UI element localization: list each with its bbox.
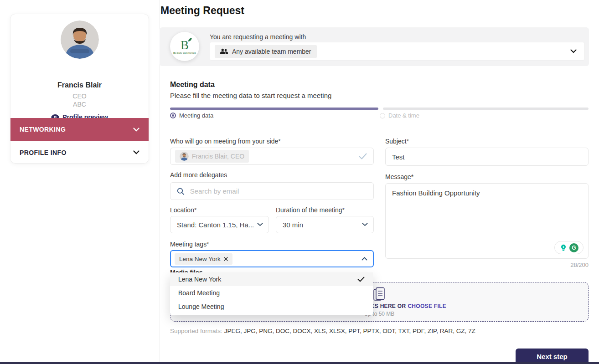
profile-role: CEO	[10, 92, 149, 100]
message-text: Fashion Building Opportunity	[392, 189, 480, 197]
step-date-time-label: Date & time	[388, 112, 419, 119]
supported-formats: Supported formats:JPEG, JPG, PNG, DOC, D…	[170, 328, 475, 334]
chevron-down-icon	[133, 128, 139, 132]
wizard-title: Meeting data	[170, 81, 215, 89]
who-chip: Francis Blair, CEO	[175, 150, 249, 163]
profile-company: ABC	[10, 101, 149, 108]
team-member-value: Any available team member	[232, 48, 311, 55]
tag-option-label: Lena New York	[178, 276, 221, 283]
tag-option-label: Board Meeting	[178, 289, 220, 297]
message-textarea[interactable]: Fashion Building Opportunity G	[385, 183, 589, 259]
profile-info-label: PROFILE INFO	[20, 149, 67, 156]
company-logo: B Beauty cosmetics	[170, 32, 199, 61]
check-icon	[357, 277, 365, 282]
tags-field[interactable]: Lena New York	[170, 250, 374, 267]
grammarly-widget[interactable]: G	[554, 241, 584, 254]
grammarly-icon: G	[569, 243, 578, 252]
team-member-select[interactable]: Any available team member	[210, 42, 584, 61]
delegates-search-field[interactable]	[170, 182, 374, 200]
chevron-down-icon	[257, 223, 263, 226]
who-field[interactable]: Francis Blair, CEO	[170, 148, 374, 165]
who-label: Who will go on meeting from your side*	[170, 138, 281, 145]
team-member-chip: Any available team member	[215, 45, 317, 58]
chevron-down-icon	[133, 150, 139, 154]
check-icon	[359, 153, 367, 159]
networking-label: NETWORKING	[20, 126, 66, 133]
tag-option-lena-new-york[interactable]: Lena New York	[170, 272, 373, 286]
step-active-dot	[170, 113, 176, 118]
requesting-label: You are requesting a meeting with	[210, 33, 306, 41]
document-icon	[373, 287, 386, 302]
sidebar-item-networking[interactable]: NETWORKING	[10, 118, 149, 141]
sidebar-item-profile-info[interactable]: PROFILE INFO	[10, 141, 149, 164]
tag-chip: Lena New York	[175, 253, 232, 265]
duration-select[interactable]: 30 min	[276, 216, 374, 233]
search-icon	[177, 187, 185, 195]
subject-label: Subject*	[385, 138, 409, 145]
char-counter: 28/200	[385, 261, 589, 268]
bottom-divider	[0, 362, 599, 364]
subject-field[interactable]	[385, 148, 589, 166]
people-icon	[220, 48, 228, 54]
meeting-request-page: Francis Blair CEO ABC Profile preview NE…	[0, 0, 599, 364]
remove-tag-icon[interactable]	[224, 257, 228, 261]
page-title: Meeting Request	[160, 5, 244, 17]
delegates-label: Add more delegates	[170, 171, 227, 179]
tag-chip-label: Lena New York	[179, 256, 221, 262]
step-meeting-data[interactable]: Meeting data	[170, 112, 213, 119]
tags-label: Meeting tags*	[170, 241, 209, 248]
suggestion-bulb-icon	[559, 244, 568, 252]
step-meeting-data-label: Meeting data	[179, 112, 213, 119]
next-step-button[interactable]: Next step	[516, 349, 589, 364]
progress-bar-active	[170, 108, 378, 110]
wizard-subtitle: Please fill the meeting data to start re…	[170, 92, 331, 99]
choose-file-link[interactable]: CHOOSE FILE	[408, 303, 446, 309]
chevron-up-icon	[361, 257, 367, 261]
duration-value: 30 min	[283, 221, 303, 229]
avatar	[61, 21, 99, 59]
profile-name: Francis Blair	[10, 81, 149, 89]
tag-option-lounge-meeting[interactable]: Lounge Meeting	[170, 300, 373, 313]
tag-option-board-meeting[interactable]: Board Meeting	[170, 286, 373, 300]
who-chip-label: Francis Blair, CEO	[192, 153, 244, 160]
message-label: Message*	[385, 173, 413, 180]
tags-dropdown: Lena New York Board Meeting Lounge Meeti…	[170, 272, 373, 315]
subject-input[interactable]	[392, 153, 582, 161]
step-date-time[interactable]: Date & time	[380, 112, 419, 119]
request-panel: B Beauty cosmetics You are requesting a …	[160, 27, 589, 66]
duration-label: Duration of the meeting*	[276, 206, 345, 214]
chevron-down-icon	[362, 223, 368, 226]
formats-list: JPEG, JPG, PNG, DOC, DOCX, XLS, XLSX, PP…	[224, 328, 475, 334]
avatar-small	[180, 152, 189, 161]
location-value: Stand: Canton 1.15, Ha...	[177, 221, 254, 229]
profile-card: Francis Blair CEO ABC Profile preview NE…	[10, 14, 149, 164]
search-input[interactable]	[190, 187, 367, 195]
progress-bar-idle	[383, 108, 589, 110]
step-idle-dot	[380, 113, 385, 118]
chevron-down-icon	[570, 49, 577, 53]
leaf-icon	[188, 37, 192, 42]
tag-option-label: Lounge Meeting	[178, 303, 224, 310]
formats-prefix: Supported formats:	[170, 328, 222, 334]
location-select[interactable]: Stand: Canton 1.15, Ha...	[170, 216, 269, 233]
location-label: Location*	[170, 206, 196, 214]
